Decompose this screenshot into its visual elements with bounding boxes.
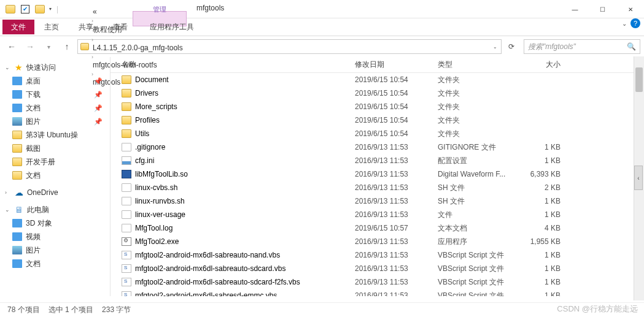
breadcrumb-segment[interactable]: L4.1.15_2.0.0-ga_mfg-tools (90, 44, 185, 52)
search-box[interactable]: 搜索"mfgtools" 🔍 (524, 39, 640, 54)
sidebar-item[interactable]: 下载📌 (0, 88, 110, 101)
file-row[interactable]: cfg.ini2016/9/13 11:53配置设置1 KB (111, 154, 644, 167)
file-row[interactable]: linux-runvbs.sh2016/9/13 11:53SH 文件1 KB (111, 194, 644, 208)
file-icon (122, 89, 131, 97)
file-row[interactable]: MfgTool2.exe2016/9/13 11:53应用程序1,955 KB (111, 235, 644, 248)
file-row[interactable]: Profiles2019/6/15 10:54文件夹 (111, 113, 644, 127)
file-row[interactable]: Drivers2019/6/15 10:54文件夹 (111, 86, 644, 100)
sidebar-item[interactable]: 视频 (0, 230, 110, 243)
close-button[interactable]: ✕ (616, 0, 644, 18)
col-size[interactable]: 大小 (524, 59, 573, 70)
col-date[interactable]: 修改日期 (355, 59, 438, 70)
sidebar-item[interactable]: 文档📌 (0, 101, 110, 115)
back-button[interactable]: ← (4, 39, 20, 55)
file-type: SH 文件 (438, 196, 524, 207)
file-icon (122, 278, 131, 286)
file-row[interactable]: Document2019/6/15 10:54文件夹 (111, 73, 644, 86)
file-name: Profiles (135, 116, 160, 124)
qat-new-folder[interactable] (33, 2, 47, 16)
file-name: MfgTool.log (135, 224, 173, 232)
star-icon: ★ (15, 63, 23, 72)
up-button[interactable]: ↑ (59, 39, 75, 55)
folder-icon (12, 117, 22, 126)
file-type: 文件夹 (438, 115, 524, 126)
file-type: Digital Waveform F... (438, 170, 524, 178)
file-icon (122, 224, 131, 232)
preview-pane-toggle[interactable]: ‹ (634, 166, 643, 190)
file-icon (122, 183, 131, 192)
file-icon (122, 291, 131, 296)
file-date: 2016/9/13 11:53 (355, 183, 438, 192)
sidebar-item[interactable]: 文档 (0, 257, 110, 270)
selection-count: 选中 1 个项目 (48, 305, 93, 315)
file-tab[interactable]: 文件 (2, 20, 34, 34)
file-row[interactable]: linux-ver-usage2016/9/13 11:53文件1 KB (111, 208, 644, 221)
folder-icon (12, 158, 22, 166)
file-type: 文件夹 (438, 129, 524, 139)
file-type: VBScript Script 文件 (438, 291, 524, 297)
file-date: 2016/9/13 11:53 (355, 210, 438, 219)
file-icon (122, 264, 131, 273)
column-headers[interactable]: 名称 修改日期 类型 大小 (111, 57, 644, 73)
qat-dropdown-icon[interactable]: ▾ (48, 6, 53, 12)
col-type[interactable]: 类型 (438, 59, 524, 70)
file-row[interactable]: More_scripts2019/6/15 10:54文件夹 (111, 100, 644, 113)
file-type: VBScript Script 文件 (438, 250, 524, 261)
breadcrumb-bar[interactable]: «›教程使用›L4.1.15_2.0.0-ga_mfg-tools›mfgtoo… (77, 39, 502, 54)
this-pc-header[interactable]: ⌄ 🖥 此电脑 (0, 203, 110, 216)
home-tab[interactable]: 主页 (34, 20, 69, 34)
contextual-tab-manage[interactable]: 管理 (135, 0, 184, 18)
maximize-button[interactable]: ☐ (589, 0, 616, 18)
sidebar-item[interactable]: 第3讲 Ubuntu操 (0, 128, 110, 142)
folder-icon (12, 219, 22, 227)
file-row[interactable]: mfgtool2-android-mx6dl-sabreauto-sdcard.… (111, 262, 644, 275)
sidebar-item[interactable]: 文档 (0, 169, 110, 182)
sidebar-item[interactable]: 桌面📌 (0, 74, 110, 88)
pin-icon: 📌 (94, 118, 103, 126)
file-size: 4 KB (524, 224, 573, 232)
file-name: Utils (135, 129, 149, 138)
file-icon (122, 251, 131, 259)
app-tools-tab[interactable]: 应用程序工具 (140, 20, 204, 34)
forward-button[interactable]: → (22, 39, 38, 55)
file-row[interactable]: mfgtool2-android-mx6dl-sabreauto-nand.vb… (111, 248, 644, 262)
file-icon (122, 170, 131, 178)
ribbon-tabs: 文件 主页 共享 查看 应用程序工具 (0, 18, 644, 36)
pin-icon: 📌 (94, 77, 103, 85)
view-tab[interactable]: 查看 (103, 20, 138, 34)
recent-dropdown[interactable]: ▾ (41, 39, 56, 55)
file-name: mfgtool2-android-mx6dl-sabresd-emmc.vbs (135, 291, 277, 296)
file-row[interactable]: .gitignore2016/9/13 11:53GITIGNORE 文件1 K… (111, 140, 644, 154)
file-name: cfg.ini (135, 156, 154, 165)
folder-icon (12, 104, 22, 112)
share-tab[interactable]: 共享 (69, 20, 103, 34)
file-type: 文件夹 (438, 88, 524, 99)
file-icon (122, 75, 131, 84)
sidebar-item[interactable]: 截图 (0, 142, 110, 155)
window-title: mfgtools (196, 4, 224, 12)
file-type: 配置设置 (438, 156, 524, 166)
sidebar-item[interactable]: 开发手册 (0, 155, 110, 169)
file-size: 1 KB (524, 251, 573, 259)
quick-access-header[interactable]: ⌄ ★ 快速访问 (0, 61, 110, 74)
app-icon[interactable] (4, 2, 17, 16)
cloud-icon: ☁ (15, 188, 23, 197)
address-dropdown-icon[interactable]: ⌄ (492, 44, 499, 50)
col-name[interactable]: 名称 (122, 59, 355, 70)
file-row[interactable]: linux-cvbs.sh2016/9/13 11:53SH 文件2 KB (111, 181, 644, 194)
file-row[interactable]: Utils2019/6/15 10:54文件夹 (111, 127, 644, 140)
file-name: .gitignore (135, 143, 165, 151)
file-row[interactable]: libMfgToolLib.so2016/9/13 11:53Digital W… (111, 167, 644, 181)
file-row[interactable]: mfgtool2-android-mx6dl-sabreauto-sdcard-… (111, 275, 644, 289)
qat-properties-checkbox[interactable]: ✔ (18, 2, 32, 16)
file-row[interactable]: MfgTool.log2019/6/15 10:57文本文档4 KB (111, 221, 644, 235)
refresh-button[interactable]: ⟳ (504, 40, 519, 53)
sidebar-item[interactable]: 图片📌 (0, 115, 110, 128)
onedrive-item[interactable]: › ☁ OneDrive (0, 186, 110, 199)
file-type: 应用程序 (438, 237, 524, 247)
folder-icon (12, 259, 22, 268)
file-row[interactable]: mfgtool2-android-mx6dl-sabresd-emmc.vbs2… (111, 289, 644, 296)
minimize-button[interactable]: ― (561, 0, 589, 18)
sidebar-item[interactable]: 图片 (0, 243, 110, 257)
sidebar-item[interactable]: 3D 对象 (0, 216, 110, 230)
